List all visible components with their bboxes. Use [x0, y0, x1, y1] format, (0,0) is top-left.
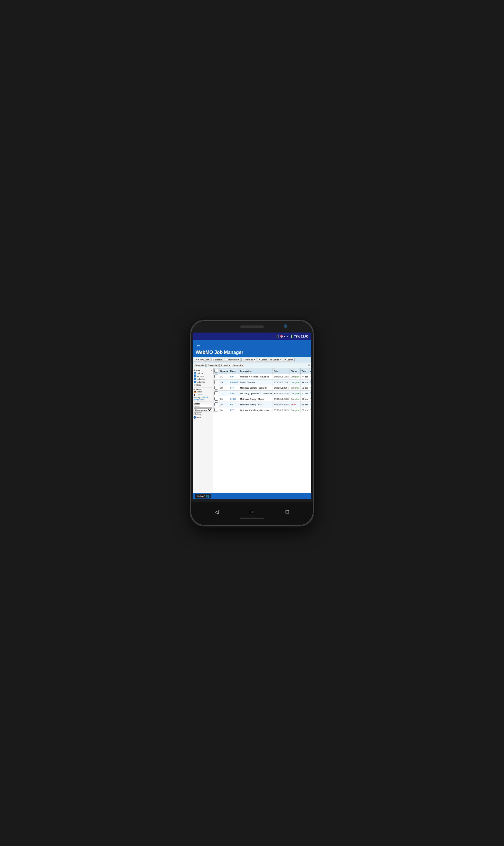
row-number: 28: [219, 385, 229, 391]
action-icon[interactable]: 🔍: [310, 386, 311, 389]
row-checkbox[interactable]: [214, 408, 218, 412]
logout-button[interactable]: ➜ Logout: [283, 358, 294, 362]
filter-row: Show all ▾ Show all ▾ Show all ▾ Show al…: [193, 363, 311, 368]
row-checkbox[interactable]: [214, 397, 218, 401]
row-number: 31: [219, 374, 229, 379]
filter2-label: Show all ▾: [208, 364, 217, 366]
status-badge: Complete: [291, 387, 300, 389]
sidebar-trash[interactable]: 🗑 Trash: [194, 393, 212, 396]
action-icon[interactable]: 🔍: [310, 392, 311, 395]
manage-folders-link[interactable]: Manage folders: [194, 396, 212, 398]
row-time: 7.4 sec: [301, 374, 309, 379]
job-name-link[interactable]: H2O: [230, 409, 234, 411]
row-description: Geometry Optimization - Gaussian: [239, 391, 273, 396]
row-date: 8/26/2015 21:54: [273, 385, 290, 391]
app-title: WebMO Job Manager: [196, 350, 308, 355]
utilities-button[interactable]: ⚙ Utilities ▾: [269, 358, 282, 362]
action-icon[interactable]: 🔍: [310, 398, 311, 400]
sidebar-user-unlimited-1[interactable]: 👥 unlimited: [194, 378, 212, 380]
table-row: 28 CH4 Molecular Orbitals - Gaussian 8/2…: [214, 385, 312, 391]
back-button[interactable]: ←: [196, 343, 201, 349]
vibrate-icon: 📳: [276, 335, 279, 338]
group-icon-1: 👥: [194, 375, 197, 377]
status-badge: Complete: [291, 393, 300, 395]
action-icon[interactable]: 🔍: [310, 375, 311, 378]
volume-button[interactable]: [190, 361, 192, 370]
webmo-logo-icon: 🌐: [206, 495, 210, 498]
table-row: 29 C3H6O2 NMR - Gaussian 8/26/2015 21:57…: [214, 379, 312, 385]
row-checkbox-cell: [214, 396, 219, 402]
search-section: Search Displayed jobs Search: [194, 403, 212, 415]
col-header-actions: Actions: [309, 368, 311, 374]
row-checkbox[interactable]: [214, 386, 218, 390]
new-job-label: ✦ New Job ▾: [197, 359, 210, 361]
search-scope-dropdown[interactable]: Displayed jobs: [194, 408, 212, 412]
phone-frame: 📳 ⏰ ▾ ▲ 🔋 79% 22:00 ← WebMO Job Manager …: [190, 320, 314, 526]
sidebar-user-nathan[interactable]: 👤 nathan: [194, 372, 212, 375]
action-icon[interactable]: 🔍: [310, 403, 311, 406]
sidebar-jobs-count: ○ 0 jobs: [194, 384, 212, 386]
row-number: 29: [219, 379, 229, 385]
job-name-link[interactable]: C3H6O2: [230, 381, 238, 383]
help-link[interactable]: ? Help: [194, 416, 212, 419]
speaker-top: [240, 325, 264, 328]
row-description: Optimize + Vib Freq - Gaussian: [239, 408, 273, 413]
folders-section-title: Folders: [194, 388, 201, 390]
sidebar-user-webmo[interactable]: 👥 webmo: [194, 375, 212, 377]
job-name-link[interactable]: CH4: [230, 393, 234, 395]
row-checkbox[interactable]: [214, 380, 218, 384]
row-date: 8/27/2015 11:52: [273, 374, 290, 379]
col-header-description: Description: [239, 368, 273, 374]
delete-button[interactable]: ✕ Delete: [257, 358, 268, 362]
row-actions: 🔍: [309, 391, 311, 396]
action-icon[interactable]: 🔍: [310, 381, 311, 384]
job-name-link[interactable]: H3N: [230, 376, 234, 378]
row-name: CH2O: [229, 396, 239, 402]
download-button[interactable]: ⬇ Download ▾: [225, 358, 241, 362]
filter-select-3[interactable]: Show all ▾: [219, 364, 231, 367]
job-name-link[interactable]: H2O: [230, 403, 234, 406]
job-name-link[interactable]: CH4: [230, 387, 234, 389]
group-icon-2: 👥: [194, 378, 197, 380]
webmo-logo: WebMO 🌐: [195, 494, 211, 499]
job-name-link[interactable]: CH2O: [230, 398, 236, 400]
filter4-label: Show all ▾: [233, 364, 242, 366]
battery-level: 79%: [294, 335, 300, 338]
row-checkbox[interactable]: [214, 391, 218, 395]
new-job-button[interactable]: ✦ ✦ New Job ▾: [194, 358, 211, 362]
search-button[interactable]: Search: [194, 412, 202, 415]
table-row: 31 H3N Optimize + Vib Freq - Gaussian 8/…: [214, 374, 312, 379]
filter-select-1[interactable]: Show all ▾: [194, 364, 205, 367]
row-date: 8/26/2015 20:29: [273, 408, 290, 413]
back-nav-icon: ◁: [215, 509, 219, 515]
collapse-icon[interactable]: «: [211, 369, 212, 372]
row-actions: 🔍: [309, 379, 311, 385]
home-nav-button[interactable]: ○: [247, 507, 257, 517]
move-to-button[interactable]: → Move To ▾: [241, 358, 256, 362]
search-section-title: Search: [194, 403, 200, 405]
circle-icon: ○: [194, 384, 195, 386]
content-area: Number Name Description Date Status Time…: [213, 368, 311, 493]
power-button[interactable]: [312, 367, 314, 379]
back-nav-button[interactable]: ◁: [212, 507, 222, 517]
refresh-button[interactable]: ↺ Refresh: [212, 358, 224, 362]
action-icon[interactable]: 🔍: [310, 409, 311, 412]
filter3-label: Show all ▾: [220, 364, 230, 366]
row-number: 24: [219, 408, 229, 413]
row-status: Complete: [290, 408, 301, 413]
search-input[interactable]: [194, 405, 212, 408]
toolbar: ✦ ✦ New Job ▾ ↺ Refresh ⬇ Download ▾ → M…: [193, 357, 311, 363]
row-checkbox[interactable]: [214, 375, 218, 378]
sidebar-user-unlimited-2[interactable]: 👥 unlimited: [194, 381, 212, 383]
row-actions: 🔍: [309, 374, 311, 379]
home-nav-icon: ○: [251, 509, 254, 515]
row-checkbox[interactable]: [214, 402, 218, 406]
sidebar-inbox[interactable]: 📥 Inbox: [194, 390, 212, 393]
table-row: 26 CH2O Molecular Energy - Mopac 8/26/20…: [214, 396, 312, 402]
row-time: 4.6 sec: [301, 379, 309, 385]
select-all-checkbox[interactable]: [214, 369, 218, 373]
filter-select-2[interactable]: Show all ▾: [206, 364, 218, 367]
filter-select-4[interactable]: Show all ▾: [232, 364, 244, 367]
recents-nav-button[interactable]: □: [282, 507, 292, 517]
empty-trash-link[interactable]: Empty trash: [194, 399, 212, 401]
